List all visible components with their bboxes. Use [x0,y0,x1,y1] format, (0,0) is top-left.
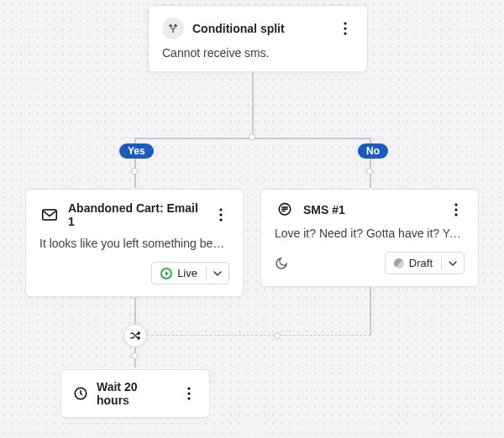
wait-node[interactable]: Wait 20 hours [60,369,210,418]
svg-point-10 [454,213,457,216]
connector-port [131,352,138,359]
sms-node[interactable]: SMS #1 Love it? Need it? Gotta have it? … [260,189,479,287]
status-select-draft[interactable]: Draft [385,252,465,274]
connector-line [134,335,370,336]
status-label: Draft [409,257,433,269]
node-description: Cannot receive sms. [162,46,354,60]
connector-port [249,133,255,140]
draft-icon [394,258,404,269]
node-menu-button[interactable] [337,20,354,37]
conditional-split-node[interactable]: Conditional split Cannot receive sms. [148,5,368,72]
node-description: Love it? Need it? Gotta have it? Your ca… [275,227,465,240]
svg-rect-3 [43,210,57,220]
node-menu-button[interactable] [181,385,197,402]
svg-point-0 [344,22,346,24]
sms-icon [275,202,295,217]
chevron-down-icon [206,267,228,280]
chevron-down-icon [441,257,464,270]
svg-point-12 [187,387,190,389]
node-title: Abandoned Cart: Email 1 [68,201,204,228]
node-title: SMS #1 [303,203,439,216]
email-icon [39,209,60,221]
connector-port [131,168,138,175]
node-menu-button[interactable] [213,206,229,223]
merge-node[interactable] [123,324,147,347]
branch-label-yes: Yes [119,143,154,159]
svg-point-6 [219,218,222,221]
node-title: Conditional split [192,22,328,35]
svg-point-1 [344,27,346,29]
clock-icon [73,386,88,401]
play-icon [160,268,172,279]
branch-label-no: No [358,143,388,159]
svg-point-5 [219,213,222,216]
connector-line [252,67,254,138]
connector-port [274,332,281,339]
svg-point-9 [454,208,457,211]
split-icon [162,18,184,39]
svg-point-4 [219,208,222,211]
node-title: Wait 20 hours [97,380,172,407]
svg-point-8 [454,203,457,206]
svg-point-2 [344,32,346,34]
node-description: It looks like you left something behind.… [39,237,229,250]
email-node[interactable]: Abandoned Cart: Email 1 It looks like yo… [25,189,244,297]
connector-port [366,168,373,175]
svg-point-13 [187,392,190,394]
node-menu-button[interactable] [448,201,465,218]
status-select-live[interactable]: Live [151,262,229,284]
svg-point-14 [187,397,190,399]
quiet-hours-icon [275,257,288,270]
status-label: Live [177,267,197,279]
